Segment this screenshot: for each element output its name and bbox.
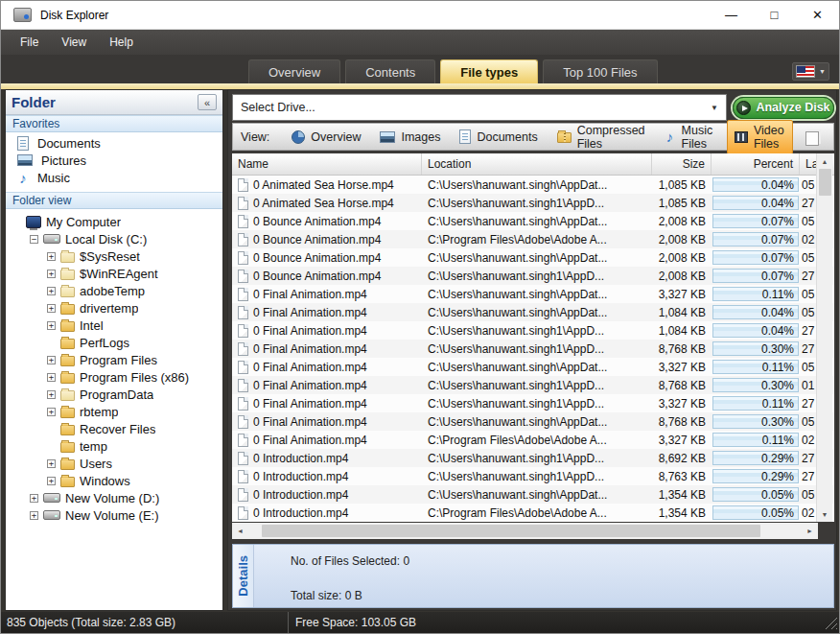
tabs: OverviewContentsFile typesTop 100 Files: [248, 59, 658, 83]
maximize-button[interactable]: □: [753, 1, 796, 29]
tab-top-100-files[interactable]: Top 100 Files: [543, 59, 657, 83]
expand-expander-icon[interactable]: +: [30, 494, 38, 503]
view-button-documents[interactable]: Documents: [453, 127, 544, 147]
expand-expander-icon[interactable]: +: [47, 459, 56, 468]
vertical-scrollbar-thumb[interactable]: [819, 169, 831, 196]
file-name: 0 Final Animation.mp4: [253, 361, 367, 374]
table-row[interactable]: 0 Bounce Animation.mp4C:\Users\hanuwant.…: [232, 248, 834, 267]
tree-item-adobetemp[interactable]: +adobeTemp: [6, 282, 222, 299]
horizontal-scrollbar-thumb[interactable]: [262, 525, 760, 537]
table-row[interactable]: 0 Introduction.mp4C:\Users\hanuwant.sing…: [232, 467, 834, 485]
tree-item-program-files[interactable]: +Program Files: [6, 351, 222, 368]
expand-expander-icon[interactable]: +: [47, 304, 56, 313]
expand-expander-icon[interactable]: +: [47, 287, 56, 295]
expand-expander-icon[interactable]: +: [47, 270, 56, 278]
tree-item-perflogs[interactable]: PerfLogs: [6, 334, 222, 351]
table-row[interactable]: 0 Final Animation.mp4C:\Users\hanuwant.s…: [232, 358, 834, 376]
analyze-disk-button[interactable]: Analyze Disk: [733, 97, 834, 119]
language-selector[interactable]: ▼: [792, 62, 829, 81]
tree-item-$sysreset[interactable]: +$SysReset: [6, 247, 222, 265]
table-row[interactable]: 0 Animated Sea Horse.mp4C:\Users\hanuwan…: [232, 176, 834, 194]
scroll-right-icon[interactable]: ►: [802, 524, 818, 539]
view-button-compressed-files[interactable]: Compressed Files: [550, 121, 652, 153]
tree-indent: [12, 218, 21, 226]
menu-item-help[interactable]: Help: [100, 32, 143, 53]
expand-expander-icon[interactable]: +: [47, 477, 56, 485]
tab-overview[interactable]: Overview: [248, 59, 340, 83]
tree-item-new-volume-(e-)[interactable]: +New Volume (E:): [6, 506, 222, 524]
column-header-percent[interactable]: Percent: [712, 153, 800, 175]
expand-expander-icon[interactable]: +: [47, 356, 56, 364]
tree-item-label: Recover Files: [80, 422, 155, 436]
extra-files-button[interactable]: [799, 127, 826, 147]
expand-expander-icon[interactable]: +: [47, 252, 56, 261]
tree-item-label: Intel: [80, 318, 104, 333]
table-row[interactable]: 0 Introduction.mp4C:\Program Files\Adobe…: [232, 504, 834, 522]
favorites-list: DocumentsPicturesMusic: [6, 132, 222, 192]
tree-item-temp[interactable]: temp: [6, 437, 222, 455]
table-row[interactable]: 0 Final Animation.mp4C:\Users\hanuwant.s…: [232, 321, 834, 340]
details-tab[interactable]: Details: [233, 545, 254, 607]
table-row[interactable]: 0 Final Animation.mp4C:\Users\hanuwant.s…: [232, 376, 834, 394]
expand-expander-icon[interactable]: +: [47, 390, 56, 399]
menu-item-file[interactable]: File: [11, 32, 48, 53]
tree-item-label: $WinREAgent: [80, 267, 158, 281]
scroll-left-icon[interactable]: ◄: [232, 524, 248, 539]
table-row[interactable]: 0 Final Animation.mp4C:\Users\hanuwant.s…: [232, 412, 834, 431]
table-row[interactable]: 0 Final Animation.mp4C:\Users\hanuwant.s…: [232, 303, 834, 321]
tree-item-new-volume-(d-)[interactable]: +New Volume (D:): [6, 489, 222, 506]
tree-item-drivertemp[interactable]: +drivertemp: [6, 299, 222, 317]
table-row[interactable]: 0 Animated Sea Horse.mp4C:\Users\hanuwan…: [232, 194, 834, 212]
expand-expander-icon[interactable]: +: [47, 373, 56, 382]
favorite-documents[interactable]: Documents: [6, 134, 222, 152]
tree-item-label: rbtemp: [80, 405, 118, 419]
table-row[interactable]: 0 Final Animation.mp4C:\Program Files\Ad…: [232, 431, 834, 449]
tree-item-local-disk-(c-)[interactable]: −Local Disk (C:): [6, 230, 222, 247]
vertical-scrollbar[interactable]: ▲ ▼: [816, 153, 832, 522]
expand-expander-icon[interactable]: +: [30, 511, 38, 520]
scroll-down-icon[interactable]: ▼: [817, 506, 833, 522]
close-button[interactable]: ✕: [796, 1, 839, 29]
table-row[interactable]: 0 Final Animation.mp4C:\Users\hanuwant.s…: [232, 394, 834, 412]
view-button-overview[interactable]: Overview: [285, 128, 367, 147]
tree-item-$winreagent[interactable]: +$WinREAgent: [6, 265, 222, 282]
table-row[interactable]: 0 Bounce Animation.mp4C:\Users\hanuwant.…: [232, 212, 834, 230]
table-row[interactable]: 0 Final Animation.mp4C:\Users\hanuwant.s…: [232, 340, 834, 358]
expand-expander-icon[interactable]: +: [47, 321, 56, 330]
tree-item-rbtemp[interactable]: +rbtemp: [6, 403, 222, 420]
drive-select[interactable]: Select Drive... ▼: [232, 94, 727, 121]
column-header-location[interactable]: Location: [422, 153, 652, 175]
table-row[interactable]: 0 Bounce Animation.mp4C:\Program Files\A…: [232, 230, 834, 248]
column-header-size[interactable]: Size: [652, 153, 712, 175]
favorite-pictures[interactable]: Pictures: [6, 152, 222, 169]
expand-expander-icon[interactable]: +: [47, 408, 56, 416]
horizontal-scrollbar[interactable]: ◄ ►: [232, 523, 818, 539]
column-header-name[interactable]: Name: [232, 153, 422, 175]
table-row[interactable]: 0 Introduction.mp4C:\Users\hanuwant.sing…: [232, 485, 834, 504]
tree-item-programdata[interactable]: +ProgramData: [6, 386, 222, 403]
table-row[interactable]: 0 Introduction.mp4C:\Users\hanuwant.sing…: [232, 449, 834, 467]
tree-item-recover-files[interactable]: Recover Files: [6, 420, 222, 437]
percent-bar: 0.11%: [712, 396, 799, 411]
scroll-up-icon[interactable]: ▲: [817, 153, 833, 169]
tab-contents[interactable]: Contents: [345, 59, 435, 83]
tree-item-intel[interactable]: +Intel: [6, 317, 222, 334]
menu-item-view[interactable]: View: [52, 32, 96, 53]
collapse-expander-icon[interactable]: −: [30, 235, 38, 244]
resize-grip[interactable]: [824, 616, 837, 629]
view-button-video-files[interactable]: Video Files: [727, 120, 793, 154]
minimize-button[interactable]: —: [710, 1, 753, 29]
tree-item-users[interactable]: +Users: [6, 455, 222, 472]
table-row[interactable]: 0 Bounce Animation.mp4C:\Users\hanuwant.…: [232, 267, 834, 285]
table-row[interactable]: 0 Final Animation.mp4C:\Users\hanuwant.s…: [232, 285, 834, 303]
favorite-music[interactable]: Music: [6, 169, 222, 186]
file-name-cell: 0 Final Animation.mp4: [232, 358, 422, 376]
tree-item-my-computer[interactable]: My Computer: [6, 213, 222, 230]
favorite-label: Pictures: [41, 153, 86, 168]
tab-file-types[interactable]: File types: [440, 59, 538, 83]
tree-item-windows[interactable]: +Windows: [6, 472, 222, 489]
view-button-images[interactable]: Images: [373, 128, 447, 147]
view-button-music-files[interactable]: Music Files: [658, 121, 721, 153]
tree-item-program-files-(x86)[interactable]: +Program Files (x86): [6, 368, 222, 386]
collapse-panel-button[interactable]: «: [198, 94, 217, 110]
